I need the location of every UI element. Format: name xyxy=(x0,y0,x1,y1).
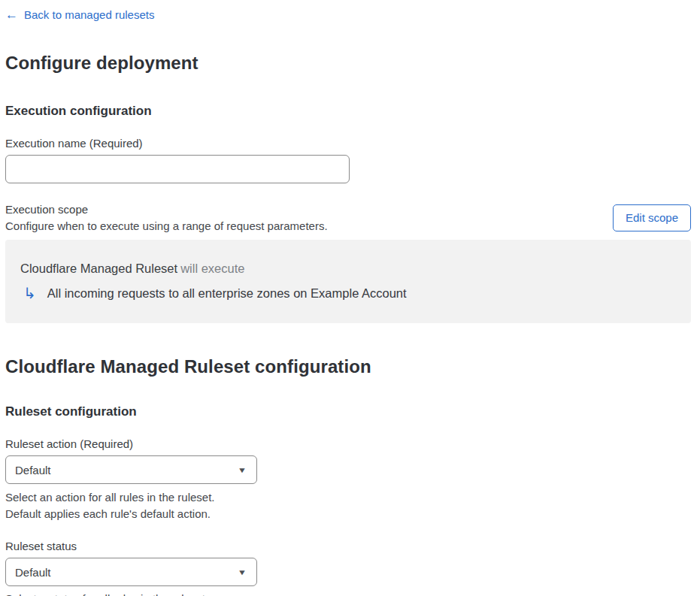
ruleset-configuration-title: Cloudflare Managed Ruleset configuration xyxy=(5,355,691,379)
ruleset-status-value: Default xyxy=(15,566,51,579)
branch-arrow-icon: ↳ xyxy=(23,286,36,301)
execution-scope-description: Configure when to execute using a range … xyxy=(5,218,328,234)
scope-preview-detail-text: All incoming requests to all enterprise … xyxy=(47,284,407,302)
back-arrow-icon: ← xyxy=(5,8,18,22)
chevron-down-icon: ▼ xyxy=(238,568,247,576)
execution-scope-row: Execution scope Configure when to execut… xyxy=(5,201,691,234)
ruleset-status-help: Select a status for all rules in the rul… xyxy=(5,591,691,596)
ruleset-action-value: Default xyxy=(15,464,51,476)
ruleset-action-select[interactable]: Default ▼ xyxy=(5,455,257,484)
scope-preview-detail-row: ↳ All incoming requests to all enterpris… xyxy=(23,284,676,302)
scope-preview-suffix: will execute xyxy=(180,262,244,275)
execution-name-label: Execution name (Required) xyxy=(5,136,691,151)
configure-deployment-page: ← Back to managed rulesets Configure dep… xyxy=(0,0,695,596)
edit-scope-button[interactable]: Edit scope xyxy=(613,204,691,231)
execution-scope-text-block: Execution scope Configure when to execut… xyxy=(5,201,328,234)
ruleset-status-label: Ruleset status xyxy=(5,539,691,554)
page-title: Configure deployment xyxy=(5,51,691,75)
execution-scope-label: Execution scope xyxy=(5,201,328,217)
ruleset-action-label: Ruleset action (Required) xyxy=(5,437,691,452)
chevron-down-icon: ▼ xyxy=(238,466,247,474)
execution-configuration-heading: Execution configuration xyxy=(5,103,691,120)
ruleset-action-help-line1: Select an action for all rules in the ru… xyxy=(5,491,214,504)
scope-preview-headline: Cloudflare Managed Rulesetwill execute xyxy=(20,260,676,277)
ruleset-action-help-line2: Default applies each rule's default acti… xyxy=(5,507,211,520)
ruleset-configuration-heading: Ruleset configuration xyxy=(5,404,691,420)
ruleset-status-select[interactable]: Default ▼ xyxy=(5,558,257,586)
scope-preview-ruleset-name: Cloudflare Managed Ruleset xyxy=(20,262,177,275)
back-to-managed-rulesets-link[interactable]: ← Back to managed rulesets xyxy=(5,8,154,23)
ruleset-action-help: Select an action for all rules in the ru… xyxy=(5,489,691,522)
execution-name-input[interactable] xyxy=(5,155,350,183)
scope-preview-box: Cloudflare Managed Rulesetwill execute ↳… xyxy=(5,240,691,323)
back-link-label: Back to managed rulesets xyxy=(24,8,154,23)
